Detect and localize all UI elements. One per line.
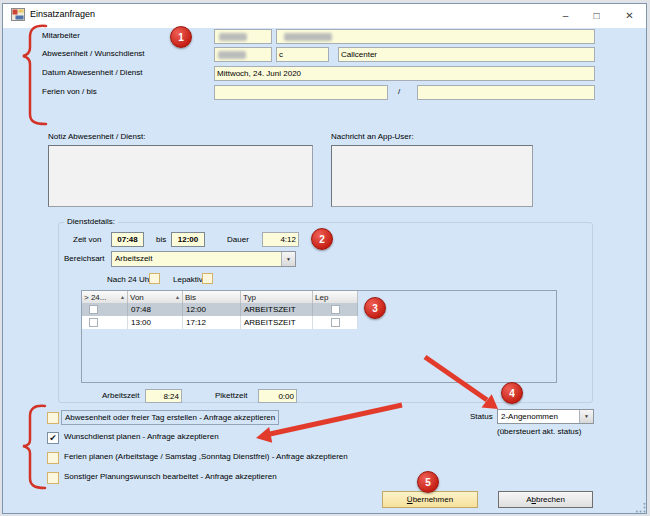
dauer-label: Dauer [227, 235, 249, 245]
row-nach24-checkbox[interactable] [89, 305, 98, 314]
annotation-badge-4: 4 [501, 382, 523, 404]
maximize-icon[interactable]: □ [582, 4, 611, 27]
option-label: Sonstiger Planungswunsch bearbeitet - An… [61, 470, 280, 483]
bis-label: bis [156, 235, 166, 245]
mitarbeiter-label: Mitarbeiter [42, 31, 80, 41]
mitarbeiter-name-field[interactable] [276, 29, 595, 44]
redacted-text [219, 33, 247, 41]
pikettzeit-label: Pikettzeit [215, 391, 247, 401]
table-body: 07:4812:00ARBEITSZEIT13:0017:12ARBEITSZE… [82, 303, 358, 329]
titlebar [3, 4, 646, 28]
lepaktiv-label: Lepaktiv [173, 275, 203, 285]
dauer-field[interactable]: 4:12 [262, 232, 299, 247]
abwesenheit-label: Abwesenheit / Wunschdienst [42, 49, 145, 59]
option-label: Ferien planen (Arbeitstage / Samstag ,So… [61, 450, 351, 463]
abwesenheit-name-field[interactable]: Callcenter [338, 47, 595, 62]
zeit-von-field[interactable]: 07:48 [111, 232, 144, 247]
lepaktiv-checkbox[interactable] [202, 273, 213, 284]
zeit-bis-field[interactable]: 12:00 [171, 232, 205, 247]
window-title: Einsatzanfragen [30, 9, 95, 19]
ferien-separator: / [398, 87, 400, 97]
bereichsart-value: Arbeitszeit [115, 254, 152, 263]
bereichsart-combobox[interactable]: Arbeitszeit ▼ [111, 251, 296, 267]
status-combobox[interactable]: 2-Angenommen ▼ [497, 409, 594, 424]
zeit-von-label: Zeit von [73, 235, 101, 245]
form-icon [11, 8, 25, 21]
bereichsart-label: Bereichsart [64, 254, 104, 264]
column-header-typ[interactable]: Typ [241, 291, 313, 303]
mitarbeiter-id-field[interactable] [214, 29, 272, 44]
pikettzeit-field[interactable]: 0:00 [258, 389, 297, 403]
chevron-down-icon[interactable]: ▼ [579, 410, 593, 423]
abwesenheit-code-field[interactable]: c [276, 47, 329, 62]
column-header-lep[interactable]: Lep [313, 291, 358, 303]
resize-grip[interactable] [636, 503, 646, 513]
column-header-von[interactable]: Von ▲ [128, 291, 183, 303]
nachricht-textarea[interactable] [331, 145, 533, 207]
nach24-checkbox[interactable] [149, 273, 160, 284]
ferien-von-field[interactable] [214, 85, 388, 100]
arbeitszeit-label: Arbeitszeit [102, 391, 139, 401]
nachricht-label: Nachricht an App-User: [331, 132, 414, 142]
annotation-badge-1: 1 [170, 26, 192, 48]
annotation-badge-2: 2 [311, 228, 333, 250]
option-checkbox[interactable] [47, 452, 59, 464]
option-checkbox[interactable]: ✔ [47, 432, 59, 444]
sort-asc-icon: ▲ [175, 294, 180, 300]
row-lep-checkbox[interactable] [331, 318, 340, 327]
minimize-icon[interactable]: – [551, 4, 580, 27]
redacted-text [284, 33, 332, 41]
table-row[interactable]: 13:0017:12ARBEITSZEIT [82, 316, 358, 329]
column-header-nach24[interactable]: > 24... ▲ [82, 291, 128, 303]
column-label: > 24... [84, 293, 106, 302]
column-header-bis[interactable]: Bis [183, 291, 241, 303]
row-lep-checkbox[interactable] [331, 305, 340, 314]
nach24-label: Nach 24 Uhr [107, 275, 152, 285]
option-label: Wunschdienst planen - Anfrage akzeptiere… [61, 430, 222, 443]
column-label: Lep [315, 293, 328, 302]
column-label: Von [130, 293, 144, 302]
notiz-textarea[interactable] [48, 145, 313, 207]
ferien-bis-field[interactable] [417, 85, 595, 100]
sort-asc-icon: ▲ [120, 294, 125, 300]
option-checkbox[interactable] [47, 412, 59, 424]
dienst-table: > 24... ▲ Von ▲ Bis Typ Lep 07:4812:00AR… [81, 290, 557, 383]
dienstdetails-group-label: Dienstdetails: [64, 217, 118, 227]
column-label: Bis [185, 293, 196, 302]
abwesenheit-id-field[interactable] [214, 47, 272, 62]
arbeitszeit-field[interactable]: 8:24 [145, 389, 182, 403]
table-row[interactable]: 07:4812:00ARBEITSZEIT [82, 303, 358, 316]
annotation-badge-5: 5 [417, 471, 439, 493]
ferien-label: Ferien von / bis [42, 87, 97, 97]
status-label: Status [470, 412, 493, 422]
option-label: Abwesenheit oder freier Tag erstellen - … [61, 410, 279, 425]
chevron-down-icon[interactable]: ▼ [281, 252, 295, 266]
uebernehmen-button[interactable]: Übernehmen [382, 491, 478, 508]
status-value: 2-Angenommen [501, 412, 558, 421]
redacted-text [218, 51, 246, 59]
abbrechen-button[interactable]: Abbrechen [498, 491, 593, 508]
table-header: > 24... ▲ Von ▲ Bis Typ Lep [82, 291, 358, 303]
screen: Einsatzanfragen – □ ✕ Mitarbeiter Abwese… [0, 0, 650, 516]
datum-field[interactable]: Mittwoch, 24. Juni 2020 [214, 66, 595, 81]
status-hint: (übersteuert akt. status) [497, 427, 581, 437]
option-checkbox[interactable] [47, 472, 59, 484]
row-nach24-checkbox[interactable] [89, 318, 98, 327]
close-icon[interactable]: ✕ [615, 4, 644, 27]
notiz-label: Notiz Abwesenheit / Dienst: [48, 132, 145, 142]
annotation-badge-3: 3 [364, 297, 386, 319]
column-label: Typ [243, 293, 256, 302]
datum-label: Datum Abwesenheit / Dienst [42, 68, 143, 78]
